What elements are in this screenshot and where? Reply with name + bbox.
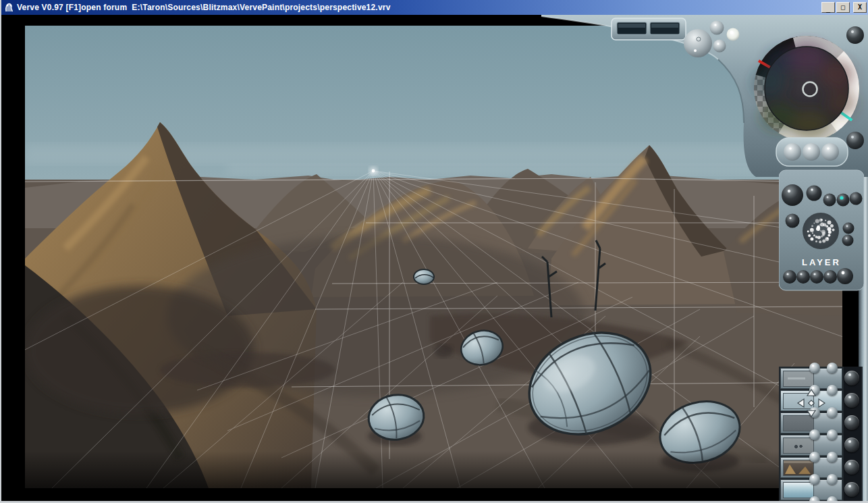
brush-orb-large[interactable] <box>782 184 803 206</box>
layer-divider-orb-2-1[interactable] <box>827 407 838 418</box>
layer-button-4[interactable] <box>823 270 837 284</box>
move-arrows-icon[interactable] <box>796 388 826 418</box>
layer-button-5[interactable] <box>837 268 853 284</box>
close-button[interactable]: X <box>853 2 867 13</box>
app-icon <box>4 3 14 13</box>
layer-row-6-thumbnail[interactable] <box>783 482 814 498</box>
layer-divider-orb-6-1[interactable] <box>827 496 838 503</box>
canvas-border-corner <box>842 278 859 373</box>
tray-orb-3[interactable] <box>821 143 839 161</box>
tool-orb-1[interactable] <box>710 21 724 35</box>
layer-row-5-main-button[interactable] <box>844 460 859 475</box>
layer-divider-orb-4-0[interactable] <box>809 452 820 462</box>
side-orb-2[interactable] <box>842 235 854 246</box>
titlebar[interactable]: Verve V0.97 [F1]open forum E:\Taron\Sour… <box>1 0 868 15</box>
layer-row-2-main-button[interactable] <box>844 393 859 408</box>
mode-orb-2[interactable] <box>850 192 863 205</box>
mode-orb-cyan[interactable] <box>837 194 850 207</box>
maximize-button[interactable]: □ <box>836 2 850 13</box>
layer-row-1-thumbnail[interactable] <box>783 371 814 387</box>
main-tool-orb[interactable] <box>684 29 712 57</box>
layer-button-2[interactable] <box>796 270 810 284</box>
layer-row-6-main-button[interactable] <box>844 482 859 497</box>
mode-orb-1[interactable] <box>823 194 836 207</box>
brush-panel: LAYER <box>779 169 864 292</box>
layer-row-5-thumbnail[interactable] <box>783 460 814 476</box>
layer-section-label: LAYER <box>802 257 841 267</box>
layer-divider-orb-5-1[interactable] <box>827 474 838 485</box>
layer-divider-orb-5-0[interactable] <box>809 474 820 485</box>
layer-divider-orb-1-1[interactable] <box>827 385 838 396</box>
layer-divider-orb-4-1[interactable] <box>827 452 838 462</box>
tool-orb-2[interactable] <box>713 40 726 53</box>
layer-divider-orb-3-1[interactable] <box>827 429 838 440</box>
tray-orb-1[interactable] <box>784 143 801 161</box>
layer-row-4-main-button[interactable] <box>844 438 859 452</box>
brush-orb-small[interactable] <box>786 214 800 228</box>
top-tool-panel <box>541 15 868 177</box>
layer-divider-orb-0-1[interactable] <box>827 363 838 373</box>
orb-tray <box>776 138 848 166</box>
corner-orb-bottom[interactable] <box>846 132 864 149</box>
side-orb-1[interactable] <box>843 223 855 234</box>
layer-divider-orb-6-0[interactable] <box>809 496 820 503</box>
layer-row-1-main-button[interactable] <box>844 371 859 386</box>
window-title: Verve V0.97 [F1]open forum E:\Taron\Sour… <box>17 3 391 12</box>
toolbar-slot-plate <box>612 18 686 40</box>
layers-panel <box>779 367 863 503</box>
layer-button-3[interactable] <box>810 270 823 284</box>
brush-orb-medium[interactable] <box>807 186 822 201</box>
app-window: LAYER Verve V0.97 [F1]open forum E:\Taro… <box>0 0 868 503</box>
color-wheel[interactable] <box>753 36 859 141</box>
corner-orb-top[interactable] <box>846 26 864 44</box>
tray-orb-2[interactable] <box>803 143 820 161</box>
minimize-button[interactable]: _ <box>821 2 835 13</box>
brush-tip-preview[interactable] <box>803 213 839 249</box>
layer-row-4-thumbnail[interactable] <box>783 438 814 454</box>
tool-orb-highlight[interactable] <box>727 28 740 41</box>
layer-row-3-main-button[interactable] <box>844 415 859 430</box>
layer-button-1[interactable] <box>783 270 796 284</box>
layer-divider-orb-3-0[interactable] <box>809 429 820 440</box>
layer-divider-orb-0-0[interactable] <box>809 363 820 373</box>
